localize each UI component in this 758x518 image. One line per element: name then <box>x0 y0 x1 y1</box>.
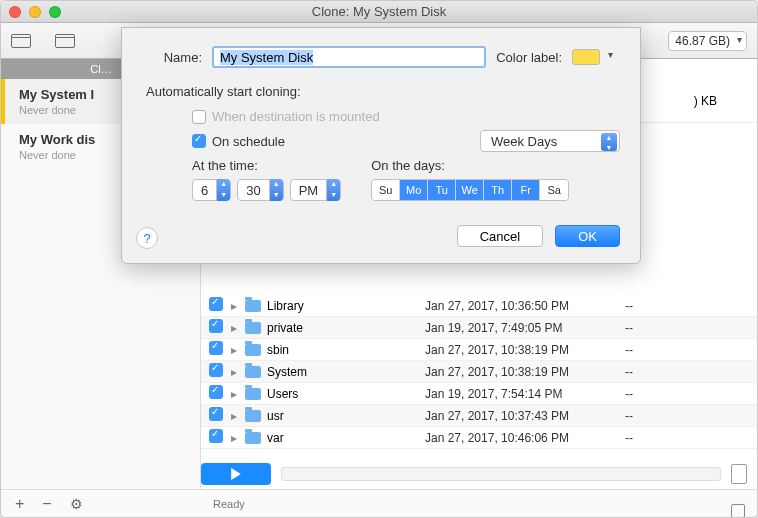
folder-icon <box>245 366 261 378</box>
remove-button[interactable]: − <box>42 495 51 513</box>
play-icon <box>230 468 242 480</box>
status-text: Ready <box>213 498 245 510</box>
schedule-select[interactable]: Week Days ▲▼ <box>480 130 620 152</box>
row-checkbox[interactable] <box>209 385 223 399</box>
toolbar-view-icon[interactable] <box>11 34 31 48</box>
folder-icon <box>245 344 261 356</box>
ampm-stepper[interactable]: PM▲▼ <box>290 179 342 201</box>
gear-icon[interactable]: ⚙ <box>70 496 83 512</box>
name-label: Name: <box>142 50 202 65</box>
folder-icon <box>245 322 261 334</box>
disclosure-triangle-icon[interactable]: ▸ <box>231 365 245 379</box>
name-input[interactable] <box>212 46 486 68</box>
color-label: Color label: <box>496 50 562 65</box>
table-row[interactable]: ▸ System Jan 27, 2017, 10:38:19 PM -- <box>201 361 757 383</box>
table-row[interactable]: ▸ var Jan 27, 2017, 10:46:06 PM -- <box>201 427 757 449</box>
day-tu[interactable]: Tu <box>428 180 456 200</box>
row-checkbox[interactable] <box>209 363 223 377</box>
log-icon[interactable] <box>731 464 747 484</box>
day-mo[interactable]: Mo <box>400 180 428 200</box>
folder-icon <box>245 432 261 444</box>
row-checkbox[interactable] <box>209 341 223 355</box>
table-row[interactable]: ▸ sbin Jan 27, 2017, 10:38:19 PM -- <box>201 339 757 361</box>
add-button[interactable]: + <box>15 495 24 513</box>
disclosure-triangle-icon[interactable]: ▸ <box>231 409 245 423</box>
day-sa[interactable]: Sa <box>540 180 568 200</box>
disclosure-triangle-icon[interactable]: ▸ <box>231 343 245 357</box>
on-schedule-checkbox[interactable] <box>192 134 206 148</box>
table-row[interactable]: ▸ usr Jan 27, 2017, 10:37:43 PM -- <box>201 405 757 427</box>
hour-stepper[interactable]: 6▲▼ <box>192 179 231 201</box>
auto-start-header: Automatically start cloning: <box>146 84 620 99</box>
folder-icon <box>245 388 261 400</box>
help-button[interactable]: ? <box>136 227 158 249</box>
day-segment[interactable]: SuMoTuWeThFrSa <box>371 179 569 201</box>
day-fr[interactable]: Fr <box>512 180 540 200</box>
color-swatch[interactable] <box>572 49 600 65</box>
disclosure-triangle-icon[interactable]: ▸ <box>231 387 245 401</box>
day-we[interactable]: We <box>456 180 484 200</box>
cancel-button[interactable]: Cancel <box>457 225 543 247</box>
disclosure-triangle-icon[interactable]: ▸ <box>231 431 245 445</box>
folder-icon <box>245 300 261 312</box>
when-mounted-label: When destination is mounted <box>212 109 380 124</box>
day-th[interactable]: Th <box>484 180 512 200</box>
minute-stepper[interactable]: 30▲▼ <box>237 179 283 201</box>
ok-button[interactable]: OK <box>555 225 620 247</box>
day-su[interactable]: Su <box>372 180 400 200</box>
toolbar-view-icon[interactable] <box>55 34 75 48</box>
on-days-label: On the days: <box>371 158 569 173</box>
titlebar: Clone: My System Disk <box>1 1 757 23</box>
table-row[interactable]: ▸ Users Jan 19, 2017, 7:54:14 PM -- <box>201 383 757 405</box>
when-mounted-checkbox[interactable] <box>192 110 206 124</box>
disclosure-triangle-icon[interactable]: ▸ <box>231 299 245 313</box>
row-checkbox[interactable] <box>209 297 223 311</box>
on-schedule-label: On schedule <box>212 134 285 149</box>
row-checkbox[interactable] <box>209 429 223 443</box>
play-button[interactable] <box>201 463 271 485</box>
disclosure-triangle-icon[interactable]: ▸ <box>231 321 245 335</box>
window-title: Clone: My System Disk <box>1 4 757 19</box>
table-row[interactable]: ▸ Library Jan 27, 2017, 10:36:50 PM -- <box>201 295 757 317</box>
folder-icon <box>245 410 261 422</box>
app-window: Clone: My System Disk 46.87 GB) Cl… My S… <box>0 0 758 518</box>
progress-bar <box>281 467 721 481</box>
at-time-label: At the time: <box>192 158 341 173</box>
schedule-icon[interactable] <box>731 504 745 518</box>
row-checkbox[interactable] <box>209 319 223 333</box>
disk-select[interactable]: 46.87 GB) <box>668 31 747 51</box>
row-checkbox[interactable] <box>209 407 223 421</box>
table-row[interactable]: ▸ private Jan 19, 2017, 7:49:05 PM -- <box>201 317 757 339</box>
run-bar <box>201 459 747 489</box>
clone-settings-sheet: Name: Color label: Automatically start c… <box>121 27 641 264</box>
status-bar: + − ⚙ Ready <box>1 489 757 517</box>
